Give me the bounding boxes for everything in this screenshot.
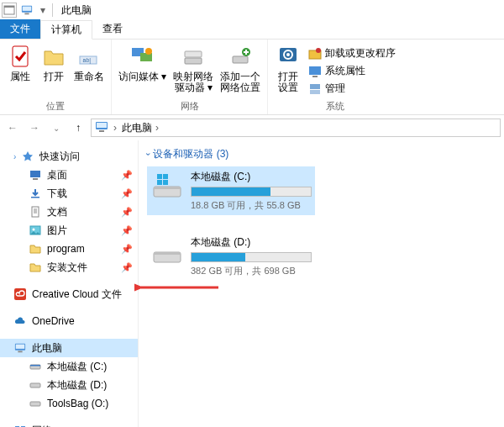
svg-rect-39 xyxy=(18,351,22,353)
pin-icon: 📌 xyxy=(121,225,133,236)
nav-downloads[interactable]: 下载📌 xyxy=(0,184,138,203)
open-settings-button[interactable]: 打开设置 xyxy=(275,43,302,98)
tab-file[interactable]: 文件 xyxy=(0,19,40,39)
nav-label: 安装文件 xyxy=(47,261,87,275)
rename-button[interactable]: ab| 重命名 xyxy=(74,43,104,98)
nav-label: OneDrive xyxy=(32,315,75,327)
nav-up-button[interactable]: ↑ xyxy=(69,119,87,137)
map-drive-icon xyxy=(180,43,207,70)
breadcrumb-this-pc[interactable]: 此电脑 › xyxy=(122,121,159,135)
media-devices-icon xyxy=(129,43,156,70)
nav-drive-c[interactable]: 本地磁盘 (C:) xyxy=(0,357,138,376)
sys-props-icon xyxy=(308,65,322,78)
nav-quick-access[interactable]: › 快速访问 xyxy=(0,147,138,166)
qat-dropdown-icon[interactable]: ▾ xyxy=(37,4,49,16)
drive-icon xyxy=(29,397,42,410)
svg-text:ab|: ab| xyxy=(83,57,92,64)
group-name-location: 位置 xyxy=(46,100,65,113)
drive-windows-icon xyxy=(150,170,184,203)
nav-onedrive[interactable]: OneDrive xyxy=(0,312,138,330)
svg-rect-4 xyxy=(24,13,29,15)
svg-rect-50 xyxy=(163,174,168,179)
svg-rect-21 xyxy=(312,76,318,77)
svg-rect-1 xyxy=(4,6,14,8)
navigation-pane: › 快速访问 桌面📌 下载📌 文档📌 图片📌 program📌 安装文件📌 Cr… xyxy=(0,140,139,427)
group-name-network: 网络 xyxy=(181,100,199,113)
uninstall-label: 卸载或更改程序 xyxy=(325,46,396,61)
access-media-label: 访问媒体 ▾ xyxy=(118,71,166,82)
svg-rect-28 xyxy=(33,178,38,180)
open-settings-label: 打开设置 xyxy=(278,71,298,93)
nav-this-pc[interactable]: 此电脑 xyxy=(0,339,138,357)
svg-point-17 xyxy=(286,53,290,56)
svg-rect-30 xyxy=(32,207,39,217)
nav-desktop[interactable]: 桌面📌 xyxy=(0,166,138,184)
svg-rect-27 xyxy=(30,171,40,177)
nav-history-button[interactable]: ⌄ xyxy=(47,119,66,137)
nav-network[interactable]: 网络 xyxy=(0,421,138,427)
nav-program[interactable]: program📌 xyxy=(0,240,138,258)
window-icon xyxy=(2,3,17,18)
explorer-body: › 快速访问 桌面📌 下载📌 文档📌 图片📌 program📌 安装文件📌 Cr… xyxy=(0,140,504,427)
drive-d[interactable]: 本地磁盘 (D:) 382 GB 可用，共 698 GB xyxy=(147,232,315,281)
address-box[interactable]: › 此电脑 › xyxy=(91,119,501,137)
content-pane: › 设备和驱动器 (3) 本地磁盘 (C:) 18.8 GB 可用，共 55.8… xyxy=(139,140,504,427)
settings-icon xyxy=(275,43,302,70)
nav-label: 桌面 xyxy=(47,168,67,182)
map-drive-label: 映射网络驱动器 ▾ xyxy=(173,71,213,93)
svg-point-19 xyxy=(316,48,321,53)
pin-icon: 📌 xyxy=(121,207,133,218)
nav-install[interactable]: 安装文件📌 xyxy=(0,258,138,277)
drive-c[interactable]: 本地磁盘 (C:) 18.8 GB 可用，共 55.8 GB xyxy=(147,166,315,215)
nav-forward-button[interactable]: → xyxy=(25,119,44,137)
nav-label: 网络 xyxy=(32,424,52,428)
ribbon-group-location: 属性 打开 ab| 重命名 位置 xyxy=(0,40,112,114)
document-icon xyxy=(29,205,42,219)
nav-pictures[interactable]: 图片📌 xyxy=(0,221,138,240)
properties-label: 属性 xyxy=(10,71,30,82)
svg-rect-49 xyxy=(157,174,162,179)
section-header-devices[interactable]: › 设备和驱动器 (3) xyxy=(147,147,496,161)
uninstall-programs-button[interactable]: 卸载或更改程序 xyxy=(308,46,396,61)
nav-label: 图片 xyxy=(47,224,67,238)
nav-label: Creative Cloud 文件 xyxy=(32,287,122,302)
nav-label: program xyxy=(47,243,85,255)
map-drive-button[interactable]: 映射网络驱动器 ▾ xyxy=(173,43,213,98)
tab-view[interactable]: 查看 xyxy=(92,19,133,39)
system-properties-button[interactable]: 系统属性 xyxy=(308,64,396,78)
nav-back-button[interactable]: ← xyxy=(3,119,22,137)
chevron-right-icon: › xyxy=(13,152,16,161)
nav-documents[interactable]: 文档📌 xyxy=(0,203,138,221)
nav-drive-toolsbag[interactable]: ToolsBag (O:) xyxy=(0,394,138,413)
this-pc-icon xyxy=(13,341,27,355)
title-bar: ▾ 此电脑 xyxy=(0,0,504,20)
svg-rect-51 xyxy=(157,180,162,185)
ribbon-group-network: 访问媒体 ▾ 映射网络驱动器 ▾ 添加一个网络位置 网络 xyxy=(112,40,268,114)
nav-label: 快速访问 xyxy=(39,150,80,164)
svg-point-35 xyxy=(33,229,35,231)
nav-creative-cloud[interactable]: Creative Cloud 文件 xyxy=(0,285,138,303)
access-media-button[interactable]: 访问媒体 ▾ xyxy=(118,43,166,98)
properties-button[interactable]: 属性 xyxy=(7,43,34,98)
svg-rect-42 xyxy=(30,383,40,387)
svg-rect-20 xyxy=(309,66,321,75)
drive-icon xyxy=(150,235,184,269)
svg-rect-5 xyxy=(13,46,28,66)
svg-rect-11 xyxy=(185,58,202,64)
divider xyxy=(52,3,53,17)
nav-label: 本地磁盘 (D:) xyxy=(47,378,107,393)
tab-computer[interactable]: 计算机 xyxy=(40,20,92,40)
breadcrumb-label: 此电脑 xyxy=(122,121,152,135)
chevron-right-icon[interactable]: › xyxy=(113,122,117,134)
creative-cloud-icon xyxy=(13,287,27,301)
onedrive-icon xyxy=(13,314,27,328)
open-button[interactable]: 打开 xyxy=(40,43,67,98)
nav-drive-d[interactable]: 本地磁盘 (D:) xyxy=(0,376,138,394)
svg-rect-38 xyxy=(16,345,25,349)
nav-label: 文档 xyxy=(47,205,67,219)
nav-label: 本地磁盘 (C:) xyxy=(47,360,107,374)
svg-rect-12 xyxy=(185,51,202,57)
manage-button[interactable]: 管理 xyxy=(308,82,396,96)
add-network-location-button[interactable]: 添加一个网络位置 xyxy=(220,43,260,98)
svg-rect-22 xyxy=(310,84,320,89)
